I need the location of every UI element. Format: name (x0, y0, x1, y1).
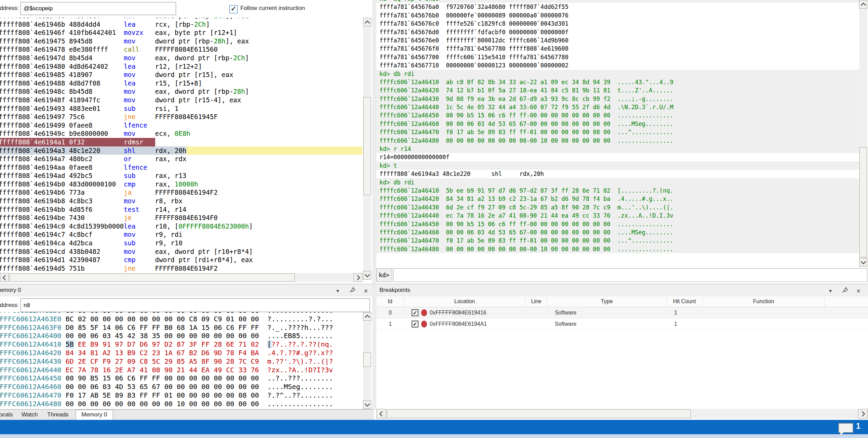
column-header-hitcount[interactable]: Hit Count (667, 297, 703, 307)
scrollbar-thumb[interactable] (363, 352, 371, 367)
disasm-row[interactable]: fffff808`4e61948f 418947fc mov dword ptr… (0, 96, 362, 104)
pane-splitter[interactable] (372, 0, 376, 409)
breakpoint-enabled-checkbox[interactable]: ✓ (412, 321, 418, 327)
disasm-row[interactable]: fffff808`4e619485 418907 mov dword ptr [… (0, 70, 362, 79)
command-row: ffffa781`64567710 00000000`00000123 0000… (376, 61, 859, 69)
pane-close-icon[interactable]: × (854, 287, 863, 295)
disasm-row[interactable]: fffff808`4e6194ca 4d2bca sub r9, r10 (0, 239, 362, 247)
chevron-down-icon (364, 401, 370, 407)
memory-row[interactable]: FFFFC60612A46400 00 00 06 03 45 42 38 35… (0, 332, 362, 340)
tab-locals[interactable]: Locals (0, 411, 13, 418)
scroll-right-button[interactable] (858, 409, 868, 418)
disasm-row[interactable]: fffff808`4e619475 8945d8 mov dword ptr [… (0, 37, 362, 46)
disasm-row[interactable]: fffff808`4e6194be 7430 je FFFFF8084E6194… (0, 214, 362, 222)
disasm-row[interactable]: fffff808`4e6194bb 4d85f6 test r14, r14 (0, 205, 362, 214)
tab-watch[interactable]: Watch (22, 411, 38, 418)
memory-row[interactable]: FFFFC60612A46420 84 34 81 A2 13 B9 C2 23… (0, 349, 362, 357)
column-header-location[interactable]: Location (404, 297, 525, 307)
scroll-up-button[interactable] (363, 312, 371, 321)
pane-pin-icon[interactable] (348, 287, 356, 295)
disasm-row[interactable]: fffff808`4e6194c7 4c8bcf mov r9, rdi (0, 230, 362, 239)
disasm-row[interactable]: fffff808`4e6194d5 751b jne FFFFF8084E619… (0, 264, 362, 273)
disasm-row[interactable]: fffff808`4e619499 0faee8 lfence (0, 121, 362, 130)
column-header-line[interactable]: Line (525, 297, 547, 307)
memory-row[interactable]: FFFFC60612A46450 00 90 B5 15 06 C6 FF FF… (0, 374, 362, 383)
disasm-row[interactable]: fffff808`4e619478 e8e380ffff call FFFFF8… (0, 45, 362, 54)
disassembly-pane: fffff808`4e619468 448945d4 mov dword ptr… (0, 18, 362, 273)
scroll-left-button[interactable] (0, 273, 9, 282)
chevron-left-icon (379, 411, 385, 416)
command-vscrollbar[interactable] (859, 0, 867, 267)
notification-bubble-icon[interactable] (838, 423, 853, 433)
scroll-up-button[interactable] (859, 0, 867, 9)
scrollbar-thumb[interactable] (859, 147, 867, 257)
chevron-up-icon (364, 20, 370, 26)
disasm-row[interactable]: fffff808`4e619497 75c6 jne FFFFF8084E619… (0, 113, 362, 121)
disasm-row[interactable]: fffff808`4e61946b 488d4dd4 lea rcx, [rbp… (0, 20, 362, 29)
command-row: ffffa781`645676c0 ffffe526`c1829fc8 0000… (376, 20, 859, 28)
disasm-row[interactable]: fffff808`4e6194ad 492bc5 sub rax, r13 (0, 171, 362, 180)
breakpoint-row[interactable]: 0✓0xFFFFF8084E619416Software1 (376, 307, 868, 319)
scroll-down-button[interactable] (363, 400, 371, 409)
disasm-row[interactable]: fffff808`4e619480 4d8d642402 lea r12, [r… (0, 62, 362, 71)
memory-row[interactable]: FFFFC60612A463F0 D0 85 5F 14 06 C6 FF FF… (0, 323, 362, 332)
scrollbar-thumb[interactable] (363, 97, 371, 195)
memory-row[interactable]: FFFFC60612A463D0 00 00 00 00 00 00 00 00… (0, 312, 362, 315)
breakpoints-pane-titlebar: Breakpoints ▾ × (376, 284, 868, 296)
disasm-row[interactable]: fffff808`4e61949c b9e8000000 mov ecx, 0E… (0, 129, 362, 138)
breakpoints-hscrollbar[interactable] (376, 409, 868, 418)
disasm-row[interactable]: fffff808`4e619488 4d8d7f08 lea r15, [r15… (0, 79, 362, 88)
disasm-row[interactable]: fffff808`4e6194b8 4c8bc3 mov r8, rbx (0, 197, 362, 205)
scroll-down-button[interactable] (363, 271, 371, 280)
tab-memory-0[interactable]: Memory 0 (76, 410, 113, 420)
disasm-row[interactable]: fffff808`4e6194d1 42390487 cmp dword ptr… (0, 256, 362, 264)
scrollbar-thumb[interactable] (387, 409, 691, 418)
disassembly-vscrollbar[interactable] (363, 18, 371, 280)
disasm-row[interactable]: fffff808`4e6194b6 773a ja FFFFF8084E6194… (0, 188, 362, 197)
disasm-row[interactable]: fffff808`4e61948c 8b45d8 mov eax, dword … (0, 87, 362, 96)
column-header-id[interactable]: Id (376, 297, 404, 307)
breakpoint-enabled-checkbox[interactable]: ✓ (412, 309, 418, 316)
disasm-row[interactable]: fffff808`4e6194a7 480bc2 or rax, rdx (0, 155, 362, 163)
disasm-row[interactable]: fffff808`4e6194cd 438b0482 mov eax, dwor… (0, 247, 362, 256)
memory-vscrollbar[interactable] (363, 312, 371, 409)
disasm-row[interactable]: fffff808`4e6194aa 0faee8 lfence (0, 163, 362, 172)
pane-pin-icon[interactable] (841, 287, 849, 295)
memory-row[interactable]: FFFFC60612A463E0 BC 02 00 00 00 00 00 00… (0, 315, 362, 323)
scroll-right-button[interactable] (353, 273, 362, 282)
pane-close-icon[interactable]: × (362, 287, 370, 295)
command-row: ffffc606`12a46450 00 90 b5 15 06 c6 ff f… (376, 111, 859, 119)
disasm-row[interactable]: fffff808`4e6194a3 48c1e220 shl rdx, 20h (0, 146, 362, 155)
disasm-row[interactable]: fffff808`4e6194b0 483d00000100 cmp rax, … (0, 180, 362, 189)
disassembly-address-input[interactable]: @$scopeip (21, 2, 176, 15)
column-header-type[interactable]: Type (547, 297, 667, 307)
command-row: ffffc606`12a46440 ec 7a 78 16 2e a7 41 0… (376, 211, 859, 220)
memory-row[interactable]: FFFFC60612A46410 5B EE B9 91 97 D7 D6 97… (0, 340, 362, 349)
memory-row[interactable]: FFFFC60612A46470 F0 17 AB 5E 89 83 FF FF… (0, 391, 362, 400)
pane-dropdown-icon[interactable]: ▾ (826, 287, 834, 295)
disasm-row[interactable]: fffff808`4e619468 448945d4 mov dword ptr… (0, 18, 362, 20)
scroll-up-button[interactable] (363, 18, 371, 26)
memory-address-input[interactable]: rdi (21, 298, 370, 312)
memory-row[interactable]: FFFFC60612A46430 6D 2E CF F9 27 09 C8 5C… (0, 357, 362, 366)
disasm-row[interactable]: fffff808`4e61947d 8b45d4 mov eax, dword … (0, 54, 362, 62)
disassembly-hscrollbar[interactable] (0, 273, 362, 282)
memory-row[interactable]: FFFFC60612A46440 EC 7A 78 16 2E A7 41 08… (0, 366, 362, 374)
command-input[interactable] (393, 268, 867, 282)
disasm-row[interactable]: fffff808`4e6194a1 0f32 rdmsr (0, 138, 362, 146)
command-row: kd> db rdi (376, 70, 859, 78)
pane-dropdown-icon[interactable]: ▾ (334, 287, 342, 295)
memory-row[interactable]: FFFFC60612A46480 00 00 00 00 00 00 00 00… (0, 400, 362, 408)
breakpoint-hitcount: 1 (667, 321, 703, 327)
scrollbar-thumb[interactable] (10, 273, 295, 282)
follow-current-instruction-checkbox[interactable]: ✓ (229, 5, 238, 13)
breakpoint-row[interactable]: 1✓0xFFFFF8084E6194A1Software1 (376, 319, 868, 330)
disasm-row[interactable]: fffff808`4e61946f 410fb6442401 movzx eax… (0, 28, 362, 37)
scroll-down-button[interactable] (859, 258, 867, 267)
scroll-left-button[interactable] (376, 409, 386, 418)
disasm-row[interactable]: fffff808`4e619493 4883ee01 sub rsi, 1 (0, 104, 362, 113)
tab-threads[interactable]: Threads (47, 411, 68, 418)
memory-row[interactable]: FFFFC60612A46460 00 00 06 03 4D 53 65 67… (0, 383, 362, 391)
column-header-function[interactable]: Function (703, 297, 825, 307)
disasm-row[interactable]: fffff808`4e6194c0 4c8d15399b0000lea r10,… (0, 222, 362, 231)
